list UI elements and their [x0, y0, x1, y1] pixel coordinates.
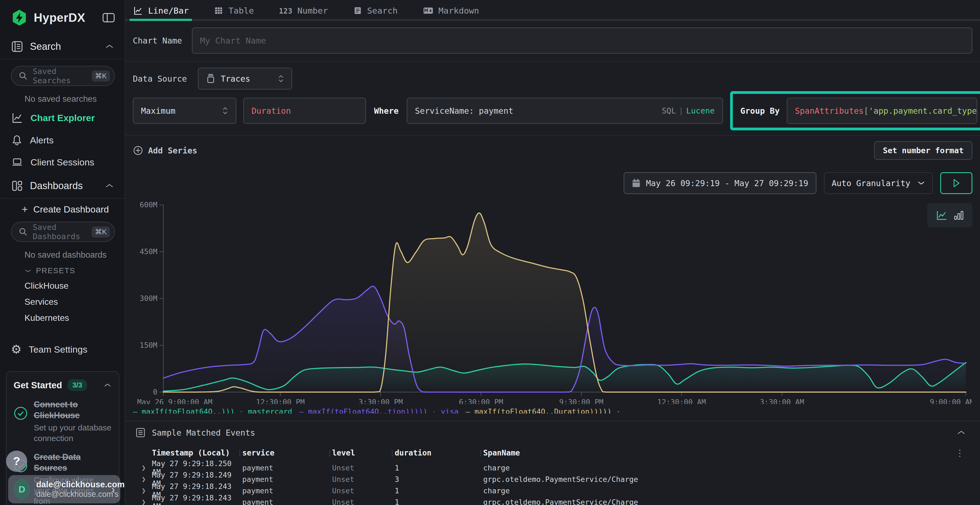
preset-item-kubernetes[interactable]: Kubernetes — [0, 310, 125, 326]
traces-icon — [206, 74, 215, 84]
select-chevrons-icon — [278, 74, 284, 83]
cell-duration: 3 — [395, 475, 483, 483]
expand-row-icon[interactable]: ❯ — [142, 498, 152, 505]
svg-text:9:00:00 AM: 9:00:00 AM — [930, 398, 972, 404]
plus-icon: + — [22, 203, 28, 215]
legend-entry[interactable]: — maxIf(toFloat64O..))) · mastercard — [133, 407, 292, 414]
tab-number[interactable]: 123Number — [279, 0, 328, 21]
table-row[interactable]: ❯May 27 9:29:18.250 AMpaymentUnset1charg… — [142, 459, 972, 471]
where-input[interactable]: ServiceName: payment SQL|Lucene — [407, 98, 723, 124]
tab-line-bar[interactable]: Line/Bar — [133, 0, 189, 21]
table-row[interactable]: ❯May 27 9:29:18.249 AMpaymentUnset3grpc.… — [142, 471, 972, 482]
chevron-up-icon — [105, 44, 114, 49]
expand-row-icon[interactable]: ❯ — [142, 475, 152, 483]
presets-toggle[interactable]: PRESETS — [0, 262, 125, 278]
aggregation-select[interactable]: Maximum — [133, 98, 236, 124]
timeseries-chart[interactable]: 0150M300M450M600MMay 26 9:00:00 AM12:30:… — [133, 201, 972, 404]
table-row[interactable]: ❯May 27 9:29:18.243 AMpaymentUnset1charg… — [142, 482, 972, 494]
column-header[interactable]: service — [242, 448, 332, 457]
chevron-up-icon[interactable] — [103, 383, 111, 388]
group-by-input[interactable]: SpanAttributes['app.payment.card_type'] — [787, 98, 977, 124]
sidebar-item-client-sessions[interactable]: Client Sessions — [0, 151, 125, 173]
laptop-icon — [11, 156, 24, 168]
svg-text:150M: 150M — [140, 341, 158, 349]
date-range-picker[interactable]: May 26 09:29:19 - May 27 09:29:19 — [624, 172, 816, 194]
chart-name-label: Chart Name — [133, 36, 182, 45]
aggregation-value: Maximum — [141, 106, 175, 116]
collapse-sidebar-icon[interactable] — [102, 12, 115, 23]
preset-item-clickhouse[interactable]: ClickHouse — [0, 278, 125, 294]
granularity-select[interactable]: Auto Granularity — [824, 172, 932, 194]
sidebar-section-search[interactable]: Search — [0, 34, 125, 59]
group-by-highlight-box: Group By SpanAttributes['app.payment.car… — [730, 91, 980, 130]
table-row[interactable]: ❯May 27 9:29:18.243 AMpaymentUnset1grpc.… — [142, 494, 972, 505]
data-source-select[interactable]: Traces — [198, 68, 292, 89]
series-editor-row: Maximum Duration Where ServiceName: paym… — [133, 98, 972, 124]
query-language-toggle[interactable]: SQL|Lucene — [662, 106, 715, 115]
line-chart-icon[interactable] — [935, 209, 948, 221]
sql-option[interactable]: SQL — [662, 106, 676, 115]
preset-item-services[interactable]: Services — [0, 294, 125, 310]
cell-spanname: charge — [483, 486, 972, 495]
sidebar-item-team-settings[interactable]: ⚙ Team Settings — [0, 338, 125, 360]
chevron-down-icon — [917, 181, 925, 186]
user-menu[interactable]: D dale@clickhouse.com dale@clickhouse.co… — [8, 475, 120, 503]
sidebar-item-chart-explorer[interactable]: Chart Explorer — [0, 106, 125, 129]
saved-searches-input[interactable]: Saved Searches ⌘K — [11, 66, 115, 86]
sample-matched-events-section: Sample Matched Events ⋮ Timestamp (Local… — [133, 421, 972, 505]
saved-dashboards-placeholder: Saved Dashboards — [33, 222, 87, 241]
legend-entry[interactable]: — maxIf(toFloat64O..tion))))) · visa — [299, 407, 458, 414]
chevron-up-icon[interactable] — [956, 430, 966, 435]
avatar: D — [14, 479, 30, 500]
saved-dashboards-input[interactable]: Saved Dashboards ⌘K — [11, 222, 115, 242]
number-icon: 123 — [279, 6, 293, 16]
cell-service: payment — [242, 464, 332, 472]
data-source-row: Data Source Traces — [133, 68, 972, 89]
create-dashboard-button[interactable]: + Create Dashboard — [0, 199, 125, 220]
expand-row-icon[interactable]: ❯ — [142, 464, 152, 472]
tab-label: Table — [228, 6, 254, 16]
set-number-format-button[interactable]: Set number format — [874, 141, 972, 160]
chart-name-row: Chart Name — [133, 27, 972, 54]
cell-spanname: charge — [483, 464, 972, 472]
chevron-up-icon — [105, 183, 114, 189]
gear-icon: ⚙ — [11, 343, 22, 355]
calendar-icon — [632, 178, 641, 188]
cell-spanname: grpc.oteldemo.PaymentService/Charge — [483, 498, 972, 505]
run-query-button[interactable] — [940, 172, 972, 194]
lucene-option[interactable]: Lucene — [686, 106, 715, 115]
help-button[interactable]: ? — [6, 451, 27, 472]
svg-text:9:30:00 PM: 9:30:00 PM — [559, 398, 603, 404]
saved-searches-placeholder: Saved Searches — [33, 67, 87, 85]
cell-level: Unset — [332, 486, 395, 495]
user-email: dale@clickhouse.com — [36, 480, 105, 489]
select-chevrons-icon — [222, 106, 228, 115]
column-header[interactable]: SpanName — [483, 448, 972, 457]
tab-label: Search — [367, 6, 398, 16]
svg-text:3:30:00 AM: 3:30:00 AM — [760, 398, 804, 404]
field-input[interactable]: Duration — [243, 98, 366, 124]
cell-level: Unset — [332, 475, 395, 483]
tab-markdown[interactable]: Markdown — [423, 0, 479, 21]
get-started-step[interactable]: Connect to ClickHouseSet up your databas… — [14, 399, 111, 443]
chart-controls-row: May 26 09:29:19 - May 27 09:29:19 Auto G… — [133, 172, 972, 194]
tab-table[interactable]: Table — [214, 0, 254, 21]
chart-display-toggle[interactable] — [927, 203, 972, 227]
presets-label: PRESETS — [36, 266, 75, 275]
svg-text:450M: 450M — [140, 247, 158, 256]
legend-entry[interactable]: — maxIf(toFloat64O..Duration))))) · — [466, 407, 620, 414]
bar-chart-icon[interactable] — [954, 210, 964, 221]
cell-duration: 1 — [395, 498, 483, 505]
chart-name-input[interactable] — [200, 36, 964, 45]
sidebar-item-alerts[interactable]: Alerts — [0, 129, 125, 151]
tab-search[interactable]: Search — [353, 0, 398, 21]
search-icon — [353, 6, 362, 16]
add-series-button[interactable]: Add Series — [133, 145, 197, 156]
sidebar-section-dashboards[interactable]: Dashboards — [0, 173, 125, 198]
column-header[interactable]: level — [332, 448, 395, 457]
expand-row-icon[interactable]: ❯ — [142, 486, 152, 495]
add-series-label: Add Series — [148, 146, 197, 156]
svg-text:6:30:00 PM: 6:30:00 PM — [459, 398, 503, 404]
column-header[interactable]: duration — [395, 448, 483, 457]
column-header[interactable]: Timestamp (Local) — [152, 448, 242, 457]
